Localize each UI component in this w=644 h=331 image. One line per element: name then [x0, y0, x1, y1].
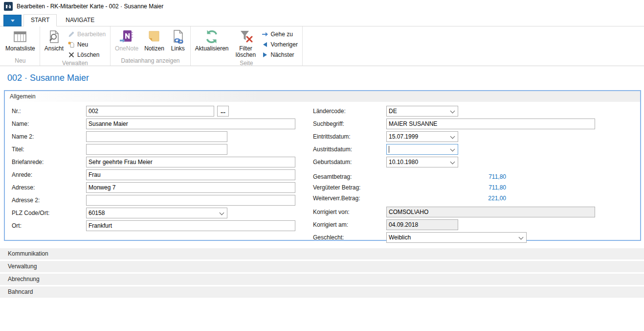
field-row-name2: Name 2:	[12, 130, 295, 143]
group-label-seite: Seite	[192, 60, 301, 68]
verwalten-small-buttons: Bearbeiten Neu	[67, 27, 109, 60]
filter-loeschen-button[interactable]: Filter löschen	[232, 27, 260, 58]
fasttab-verwaltung[interactable]: Verwaltung	[0, 261, 644, 272]
field-row-korrigiert-am: Korrigiert am:	[313, 218, 595, 231]
application-menu-button[interactable]	[3, 15, 22, 26]
fasttab-allgemein: Allgemein Nr.: ... Name: Name 2: T	[4, 90, 641, 241]
name-input[interactable]	[86, 118, 295, 129]
geschlecht-label: Geschlecht:	[313, 234, 386, 241]
vorheriger-label: Vorheriger	[271, 41, 298, 48]
nr-input[interactable]	[86, 106, 214, 117]
tab-start[interactable]: START	[23, 14, 57, 26]
anrede-input[interactable]	[86, 169, 295, 180]
loeschen-label: Löschen	[77, 51, 99, 58]
adresse-input[interactable]	[86, 182, 295, 193]
geschlecht-input[interactable]	[386, 232, 527, 243]
form-column-left: Nr.: ... Name: Name 2: Titel: Brie	[12, 105, 295, 232]
notizen-button[interactable]: Notizen	[141, 27, 167, 52]
group-label-neu: Neu	[2, 57, 38, 66]
dropdown-arrow-icon	[11, 20, 15, 22]
adresse2-label: Adresse 2:	[12, 197, 86, 204]
nr-assist-edit-button[interactable]: ...	[217, 106, 229, 117]
vorheriger-button[interactable]: Vorheriger	[261, 39, 298, 49]
titel-label: Titel:	[12, 146, 86, 153]
tab-navigate[interactable]: NAVIGATE	[59, 15, 101, 26]
field-row-adresse2: Adresse 2:	[12, 194, 295, 207]
fasttab-kommunikation[interactable]: Kommunikation	[0, 248, 644, 260]
adresse-label: Adresse:	[12, 184, 86, 191]
loeschen-button[interactable]: Löschen	[67, 49, 106, 60]
geburtsdatum-combobox	[386, 157, 458, 167]
fasttab-bahncard[interactable]: Bahncard	[0, 286, 644, 298]
plz-input[interactable]	[86, 208, 227, 218]
ribbon-group-dateianhang: OneNote Notizen	[111, 26, 191, 66]
gehe-zu-label: Gehe zu	[271, 31, 293, 38]
ort-input[interactable]	[86, 220, 295, 231]
ansicht-button[interactable]: Ansicht	[42, 27, 67, 52]
pencil-icon	[67, 30, 75, 38]
weiterverr-betrag-value-link[interactable]: 221,00	[386, 195, 506, 202]
ansicht-label: Ansicht	[44, 46, 64, 52]
links-label: Links	[171, 46, 185, 52]
ort-label: Ort:	[12, 222, 86, 229]
gehe-zu-button[interactable]: Gehe zu	[261, 29, 298, 39]
fasttab-abrechnung[interactable]: Abrechnung	[0, 274, 644, 285]
gesamtbetrag-label: Gesamtbetrag:	[313, 173, 386, 180]
title-bar: Bearbeiten - RK-Mitarbeiter Karte - 002 …	[0, 0, 644, 13]
adresse2-input[interactable]	[86, 195, 295, 206]
field-row-korrigiert-von: Korrigiert von:	[313, 206, 595, 218]
suchbegriff-input[interactable]	[386, 118, 595, 129]
name2-input[interactable]	[86, 131, 227, 142]
bearbeiten-button: Bearbeiten	[67, 29, 106, 39]
refresh-icon	[204, 29, 220, 45]
austrittsdatum-input[interactable]	[386, 144, 458, 155]
field-row-gesamtbetrag: Gesamtbetrag: 711,80	[313, 171, 595, 182]
eintrittsdatum-label: Eintrittsdatum:	[313, 133, 386, 140]
field-row-verguteter-betrag: Vergüteter Betrag: 711,80	[313, 182, 595, 193]
field-row-name: Name:	[12, 118, 295, 130]
ribbon-group-seite: Aktualisieren Filter löschen	[191, 26, 303, 66]
weiterverr-betrag-label: Weiterverr.Betrag:	[313, 195, 386, 202]
onenote-icon	[119, 29, 134, 45]
window-title: Bearbeiten - RK-Mitarbeiter Karte - 002 …	[17, 3, 163, 10]
field-row-anrede: Anrede:	[12, 168, 295, 181]
field-row-laendercode: Ländercode:	[313, 105, 595, 118]
ribbon-group-neu: Monatsliste Neu	[1, 26, 40, 66]
links-button[interactable]: Links	[167, 27, 189, 52]
field-row-titel: Titel:	[12, 143, 295, 156]
next-triangle-icon	[261, 51, 269, 59]
aktualisieren-button[interactable]: Aktualisieren	[192, 27, 232, 52]
laendercode-input[interactable]	[386, 106, 458, 117]
field-row-nr: Nr.: ...	[12, 105, 295, 118]
geburtsdatum-input[interactable]	[386, 157, 458, 167]
nr-label: Nr.:	[12, 108, 86, 115]
verguteter-betrag-value-link[interactable]: 711,80	[386, 184, 506, 191]
plz-label: PLZ Code/Ort:	[12, 210, 86, 216]
anrede-label: Anrede:	[12, 171, 86, 178]
eintrittsdatum-combobox	[386, 131, 458, 142]
eintrittsdatum-input[interactable]	[386, 131, 458, 142]
verguteter-betrag-label: Vergüteter Betrag:	[313, 184, 386, 191]
bearbeiten-label: Bearbeiten	[77, 31, 106, 38]
page-title: 002 · Susanne Maier	[7, 73, 89, 83]
neu-button[interactable]: Neu	[67, 39, 106, 49]
field-row-ort: Ort:	[12, 219, 295, 232]
onenote-button: OneNote	[112, 27, 141, 52]
aktualisieren-label: Aktualisieren	[195, 46, 229, 52]
laendercode-label: Ländercode:	[313, 108, 386, 115]
view-document-magnifier-icon	[46, 29, 62, 45]
field-row-geburtsdatum: Geburtsdatum:	[313, 156, 595, 168]
fasttab-allgemein-header[interactable]: Allgemein	[5, 91, 640, 102]
delete-x-icon	[67, 51, 75, 59]
ribbon: Monatsliste Neu Ansicht	[0, 26, 644, 66]
field-row-plz: PLZ Code/Ort:	[12, 207, 295, 219]
briefanrede-label: Briefanrede:	[12, 159, 86, 166]
titel-input[interactable]	[86, 144, 227, 155]
link-document-icon	[170, 29, 186, 45]
gesamtbetrag-value-link[interactable]: 711,80	[386, 173, 506, 180]
new-page-icon	[67, 41, 75, 48]
briefanrede-input[interactable]	[86, 157, 295, 167]
monatsliste-button[interactable]: Monatsliste	[2, 27, 38, 52]
naechster-button[interactable]: Nächster	[261, 49, 298, 60]
name-label: Name:	[12, 120, 86, 127]
